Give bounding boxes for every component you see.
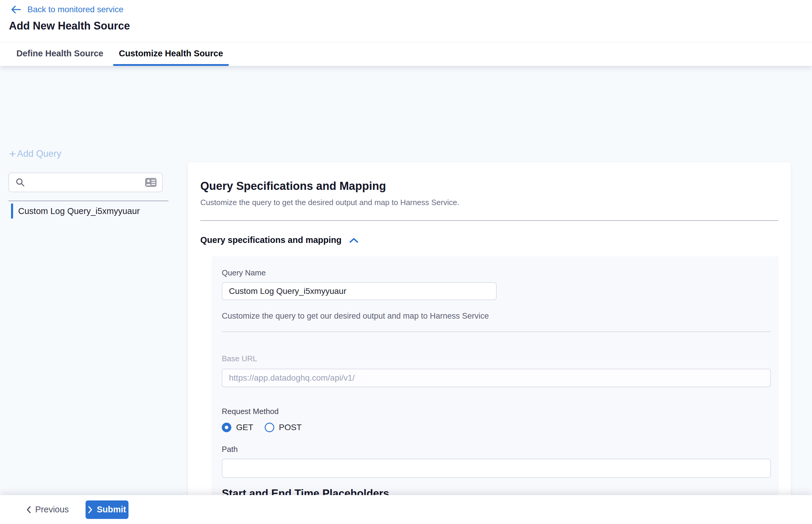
page-header: Back to monitored service Add New Health… bbox=[0, 0, 812, 42]
radio-get-selected[interactable] bbox=[222, 423, 231, 432]
page-title: Add New Health Source bbox=[9, 20, 130, 32]
back-link[interactable]: Back to monitored service bbox=[11, 5, 124, 14]
back-link-label: Back to monitored service bbox=[28, 5, 124, 14]
submit-button[interactable]: Submit bbox=[85, 501, 129, 519]
chevron-up-icon[interactable] bbox=[350, 238, 358, 243]
request-method-group: GET POST bbox=[222, 423, 771, 432]
card-title: Query Specifications and Mapping bbox=[200, 180, 778, 193]
plus-icon: + bbox=[9, 148, 16, 160]
add-query-button[interactable]: + Add Query bbox=[9, 148, 61, 160]
radio-option-post[interactable]: POST bbox=[265, 423, 302, 432]
add-query-label: Add Query bbox=[17, 148, 61, 159]
path-label: Path bbox=[222, 445, 771, 454]
query-name-label: Query Name bbox=[222, 268, 771, 278]
sidebar-divider bbox=[9, 201, 168, 201]
base-url-input[interactable] bbox=[222, 369, 771, 387]
query-list-item-selected[interactable]: Custom Log Query_i5xmyyuaur bbox=[11, 203, 166, 218]
path-input[interactable] bbox=[222, 459, 771, 478]
previous-button[interactable]: Previous bbox=[21, 501, 74, 519]
previous-button-label: Previous bbox=[35, 505, 69, 514]
radio-option-get[interactable]: GET bbox=[222, 423, 254, 432]
base-url-label: Base URL bbox=[222, 354, 771, 363]
query-name-input[interactable] bbox=[222, 282, 497, 300]
tab-customize-health-source[interactable]: Customize Health Source bbox=[113, 43, 229, 66]
query-search-input[interactable] bbox=[30, 178, 145, 187]
tab-bar: Define Health Source Customize Health So… bbox=[0, 43, 812, 66]
tab-define-health-source[interactable]: Define Health Source bbox=[11, 43, 109, 66]
card-header-divider bbox=[200, 220, 778, 221]
radio-get-label: GET bbox=[236, 423, 254, 432]
radio-post-label: POST bbox=[279, 423, 302, 432]
footer-action-bar: Previous Submit bbox=[0, 495, 812, 524]
submit-button-label: Submit bbox=[97, 505, 126, 514]
card-header: Query Specifications and Mapping Customi… bbox=[188, 162, 791, 221]
chevron-left-icon bbox=[26, 506, 31, 513]
form-divider bbox=[222, 331, 771, 332]
card-subtitle: Customize the query to get the desired o… bbox=[200, 198, 778, 207]
arrow-left-icon bbox=[11, 5, 21, 14]
query-form-panel: Query Name Customize the query to get ou… bbox=[212, 256, 779, 524]
query-search-box bbox=[9, 173, 163, 192]
query-spec-card: Query Specifications and Mapping Customi… bbox=[188, 162, 791, 524]
search-icon bbox=[16, 178, 25, 187]
chevron-right-icon bbox=[88, 506, 93, 513]
section-heading: Query specifications and mapping bbox=[200, 235, 342, 245]
query-name-helper-text: Customize the query to get our desired o… bbox=[222, 311, 771, 321]
request-method-label: Request Method bbox=[222, 407, 771, 416]
content-area: + Add Query Custom Log Query_i5xmyyuaur … bbox=[0, 66, 812, 524]
radio-post-unselected[interactable] bbox=[265, 423, 274, 432]
query-list-item-label: Custom Log Query_i5xmyyuaur bbox=[18, 206, 140, 216]
contact-card-icon[interactable] bbox=[145, 177, 157, 187]
